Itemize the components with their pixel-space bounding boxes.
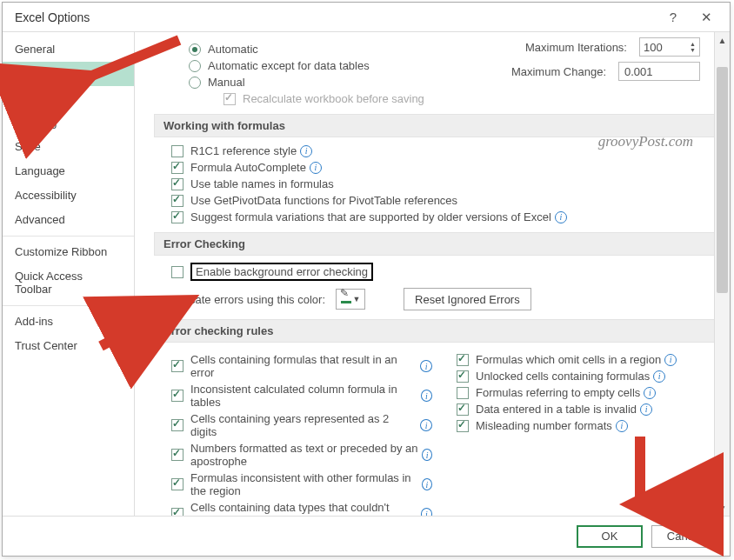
- checkbox-icon: [457, 403, 469, 416]
- info-icon[interactable]: i: [664, 354, 677, 366]
- rule-left-0[interactable]: Cells containing formulas that result in…: [171, 353, 432, 379]
- chk-autocomplete[interactable]: Formula AutoCompletei: [171, 161, 717, 174]
- dialog-footer: OK Cancel: [3, 516, 730, 556]
- rule-left-4[interactable]: Formulas inconsistent with other formula…: [171, 471, 432, 497]
- close-button[interactable]: ✕: [690, 3, 723, 32]
- checkbox-icon: [224, 93, 236, 105]
- error-color-picker[interactable]: ▼: [336, 289, 365, 310]
- category-sidebar: General Formulas Data Proofing Save Lang…: [3, 32, 135, 516]
- info-icon[interactable]: i: [653, 370, 665, 383]
- checkbox-icon: [457, 354, 469, 366]
- max-iter-input[interactable]: 100 ▲▼: [639, 37, 700, 57]
- cancel-button[interactable]: Cancel: [651, 525, 717, 548]
- rule-left-3[interactable]: Numbers formatted as text or preceded by…: [171, 442, 432, 468]
- rule-left-2[interactable]: Cells containing years represented as 2 …: [171, 412, 432, 438]
- sidebar-item-language[interactable]: Language: [3, 159, 134, 183]
- enable-error-label: Enable background error checking: [190, 263, 373, 281]
- checkbox-icon: [171, 478, 184, 490]
- rule-right-3[interactable]: Data entered in a table is invalidi: [457, 403, 717, 416]
- radio-icon: [189, 60, 201, 72]
- checkbox-icon: [171, 360, 184, 372]
- ok-button[interactable]: OK: [577, 525, 643, 548]
- watermark-text: groovyPost.com: [598, 133, 693, 150]
- info-icon[interactable]: i: [422, 449, 432, 461]
- info-icon[interactable]: i: [422, 478, 432, 490]
- titlebar: Excel Options ? ✕: [3, 3, 730, 32]
- info-icon[interactable]: i: [644, 387, 656, 399]
- svg-line-0: [83, 40, 179, 79]
- checkbox-icon: [171, 211, 184, 223]
- section-error-rules: Error checking rules: [154, 319, 717, 343]
- info-icon[interactable]: i: [421, 508, 432, 516]
- chk-suggest[interactable]: Suggest formula variations that are supp…: [171, 210, 717, 223]
- checkbox-icon: [171, 162, 184, 174]
- max-change-input[interactable]: 0.001: [618, 62, 700, 81]
- rule-left-1[interactable]: Inconsistent calculated column formula i…: [171, 383, 432, 409]
- chk-recalc: Recalculate workbook before saving: [224, 92, 717, 105]
- info-icon[interactable]: i: [300, 145, 312, 157]
- max-iter-label: Maximum Iterations:: [525, 41, 627, 54]
- radio-icon: [189, 43, 201, 56]
- checkbox-icon: [171, 449, 184, 461]
- annotation-arrow-2: [94, 294, 198, 357]
- chk-enable-error[interactable]: [171, 266, 184, 278]
- info-icon[interactable]: i: [310, 162, 322, 174]
- checkbox-icon: [171, 390, 184, 402]
- svg-line-1: [101, 304, 181, 346]
- checkbox-icon: [457, 420, 469, 432]
- checkbox-icon: [171, 195, 184, 207]
- rule-right-2[interactable]: Formulas referring to empty cellsi: [457, 386, 717, 399]
- checkbox-icon: [457, 370, 469, 383]
- scroll-thumb[interactable]: [717, 67, 728, 293]
- scroll-down-icon[interactable]: ▼: [715, 500, 730, 516]
- sidebar-item-advanced[interactable]: Advanced: [3, 208, 134, 232]
- scroll-up-icon[interactable]: ▲: [715, 32, 730, 48]
- chevron-down-icon: ▼: [353, 295, 361, 303]
- checkbox-icon: [171, 145, 184, 157]
- help-button[interactable]: ?: [657, 3, 690, 32]
- info-icon[interactable]: i: [421, 390, 432, 402]
- info-icon[interactable]: i: [640, 403, 652, 416]
- max-change-label: Maximum Change:: [511, 65, 606, 78]
- section-error-check: Error Checking: [154, 232, 717, 256]
- rule-right-1[interactable]: Unlocked cells containing formulasi: [457, 370, 717, 383]
- annotation-arrow-1: [75, 31, 188, 95]
- radio-icon: [189, 77, 201, 89]
- rule-right-0[interactable]: Formulas which omit cells in a regioni: [457, 353, 717, 366]
- reset-ignored-button[interactable]: Reset Ignored Errors: [404, 288, 531, 310]
- sidebar-item-customize-ribbon[interactable]: Customize Ribbon: [3, 236, 134, 264]
- info-icon[interactable]: i: [616, 420, 628, 432]
- checkbox-icon: [171, 508, 184, 516]
- sidebar-item-save[interactable]: Save: [3, 135, 134, 159]
- info-icon[interactable]: i: [420, 360, 432, 372]
- sidebar-item-proofing[interactable]: Proofing: [3, 110, 134, 135]
- rule-right-4[interactable]: Misleading number formatsi: [457, 419, 717, 432]
- info-icon[interactable]: i: [420, 419, 432, 431]
- spinner-icon[interactable]: ▲▼: [690, 41, 696, 53]
- annotation-arrow-3: [623, 433, 657, 519]
- chk-getpivot[interactable]: Use GetPivotData functions for PivotTabl…: [171, 194, 717, 207]
- rule-left-5[interactable]: Cells containing data types that couldn'…: [171, 501, 432, 516]
- checkbox-icon: [171, 419, 184, 431]
- chk-table-names[interactable]: Use table names in formulas: [171, 177, 717, 190]
- sidebar-item-accessibility[interactable]: Accessibility: [3, 183, 134, 208]
- info-icon[interactable]: i: [555, 211, 567, 223]
- checkbox-icon: [457, 387, 469, 399]
- checkbox-icon: [171, 178, 184, 190]
- color-swatch-icon: [341, 295, 351, 303]
- dialog-title: Excel Options: [15, 10, 657, 24]
- scrollbar[interactable]: ▲ ▼: [714, 32, 730, 516]
- iteration-panel: Maximum Iterations: 100 ▲▼ Maximum Chang…: [511, 37, 700, 81]
